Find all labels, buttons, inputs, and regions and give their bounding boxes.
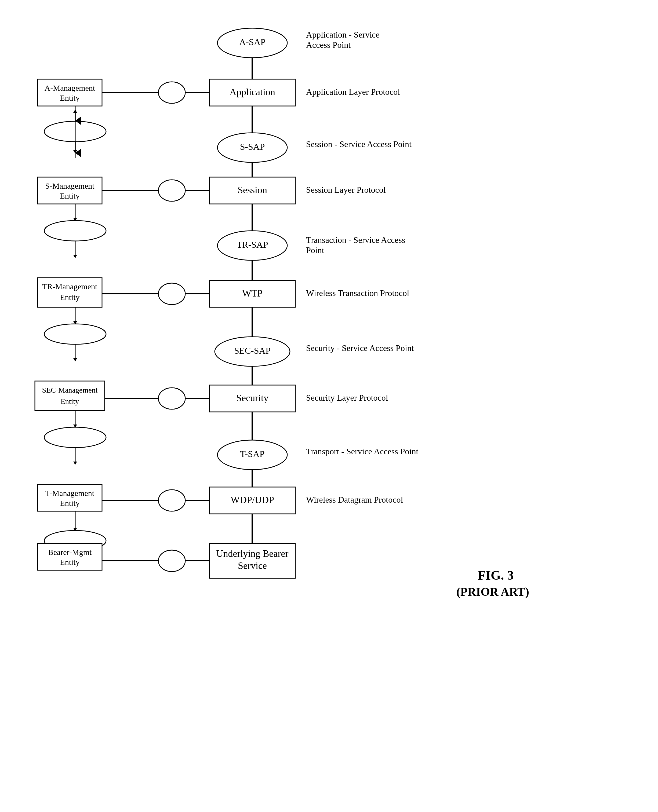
svg-point-89 <box>44 530 106 551</box>
svg-text:Security - Service Access Poin: Security - Service Access Point <box>306 343 414 353</box>
svg-rect-11 <box>209 177 295 204</box>
svg-text:TR-Management: TR-Management <box>42 282 98 291</box>
svg-text:T-SAP: T-SAP <box>240 449 265 459</box>
svg-text:Wireless Transaction Protocol: Wireless Transaction Protocol <box>306 288 409 298</box>
svg-text:Security: Security <box>236 393 268 403</box>
svg-text:Session - Service Access Point: Session - Service Access Point <box>306 139 412 149</box>
svg-point-64 <box>158 283 185 305</box>
svg-text:Entity: Entity <box>60 93 80 102</box>
svg-text:A-SAP: A-SAP <box>239 37 265 47</box>
svg-text:A-Management: A-Management <box>45 83 95 92</box>
svg-point-78 <box>44 427 106 447</box>
svg-rect-32 <box>209 543 295 578</box>
svg-text:FIG. 3: FIG. 3 <box>478 568 514 582</box>
svg-rect-35 <box>38 79 102 106</box>
svg-rect-61 <box>38 278 102 307</box>
svg-text:Session: Session <box>238 185 267 196</box>
svg-rect-94 <box>38 543 102 570</box>
svg-rect-50 <box>38 177 102 204</box>
svg-text:Point: Point <box>306 245 324 255</box>
diagram-svg: A-SAP Application S-SAP Session TR-SAP W… <box>22 16 639 794</box>
svg-point-20 <box>215 337 290 366</box>
svg-text:TR-SAP: TR-SAP <box>237 239 268 250</box>
svg-rect-17 <box>209 280 295 307</box>
svg-text:Application: Application <box>230 87 275 97</box>
svg-marker-69 <box>73 321 77 324</box>
svg-rect-29 <box>209 487 295 514</box>
svg-marker-58 <box>73 218 77 221</box>
svg-text:Transaction - Service Access: Transaction - Service Access <box>306 235 405 245</box>
svg-text:S-Management: S-Management <box>45 181 94 190</box>
svg-point-2 <box>218 28 287 58</box>
svg-text:Application Layer Protocol: Application Layer Protocol <box>306 87 400 97</box>
svg-text:Underlying Bearer: Underlying Bearer <box>216 548 288 559</box>
svg-marker-80 <box>73 424 77 428</box>
svg-point-41 <box>44 121 106 142</box>
svg-text:SEC-Management: SEC-Management <box>42 386 98 394</box>
svg-point-97 <box>158 550 185 571</box>
svg-text:Access Point: Access Point <box>306 40 351 50</box>
svg-rect-5 <box>209 79 295 106</box>
svg-text:S-SAP: S-SAP <box>240 142 265 152</box>
svg-text:Entity: Entity <box>61 397 79 405</box>
svg-marker-91 <box>73 528 77 531</box>
svg-point-53 <box>158 180 185 201</box>
svg-marker-71 <box>73 358 77 361</box>
svg-marker-45 <box>73 110 77 113</box>
svg-text:Entity: Entity <box>60 558 80 566</box>
svg-text:Entity: Entity <box>60 499 80 507</box>
svg-marker-82 <box>73 462 77 465</box>
svg-text:Session Layer Protocol: Session Layer Protocol <box>306 185 386 194</box>
svg-text:Entity: Entity <box>60 293 80 302</box>
svg-text:WDP/UDP: WDP/UDP <box>230 494 274 505</box>
svg-point-26 <box>218 440 287 469</box>
svg-text:Entity: Entity <box>60 191 80 200</box>
svg-text:Bearer-Mgmt: Bearer-Mgmt <box>48 548 92 557</box>
svg-rect-83 <box>38 484 102 511</box>
svg-point-75 <box>158 388 185 409</box>
svg-rect-72 <box>35 381 105 411</box>
svg-point-67 <box>44 324 106 344</box>
diagram-container: A-SAP Application S-SAP Session TR-SAP W… <box>22 16 639 794</box>
svg-marker-47 <box>73 150 77 153</box>
svg-text:SEC-SAP: SEC-SAP <box>234 346 271 355</box>
svg-point-38 <box>158 82 185 103</box>
svg-text:T-Management: T-Management <box>45 489 94 498</box>
svg-text:Service: Service <box>238 560 267 571</box>
svg-text:WTP: WTP <box>242 288 263 299</box>
svg-text:Application - Service: Application - Service <box>306 30 380 39</box>
svg-rect-23 <box>209 385 295 412</box>
svg-text:Transport - Service Access Poi: Transport - Service Access Point <box>306 446 418 456</box>
svg-point-86 <box>158 490 185 511</box>
svg-point-8 <box>218 133 287 162</box>
svg-text:Security Layer Protocol: Security Layer Protocol <box>306 393 388 402</box>
svg-point-14 <box>218 231 287 260</box>
svg-point-56 <box>44 221 106 241</box>
svg-marker-60 <box>73 255 77 258</box>
svg-text:(PRIOR ART): (PRIOR ART) <box>456 585 529 598</box>
svg-text:Wireless Datagram Protocol: Wireless Datagram Protocol <box>306 495 403 504</box>
svg-marker-93 <box>73 566 77 569</box>
